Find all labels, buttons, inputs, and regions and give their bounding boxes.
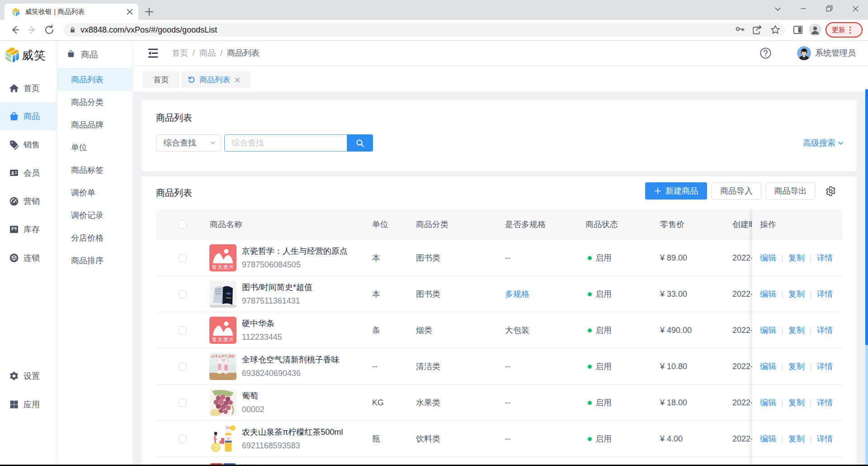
row-checkbox[interactable] bbox=[179, 435, 187, 443]
window-minimize-button[interactable] bbox=[793, 0, 814, 17]
row-checkbox[interactable] bbox=[179, 326, 187, 334]
op-detail-link[interactable]: 详情 bbox=[816, 290, 833, 299]
bookmark-star-icon[interactable] bbox=[769, 24, 781, 36]
submenu-item-1[interactable]: 商品分类 bbox=[57, 91, 133, 114]
browser-reload-button[interactable] bbox=[43, 24, 55, 36]
filter-type-select[interactable]: 综合查找 bbox=[156, 134, 221, 152]
product-code: 9787511361431 bbox=[242, 296, 300, 306]
browser-tab[interactable]: 威笑收银 | 商品列表 bbox=[5, 4, 138, 20]
op-detail-link[interactable]: 详情 bbox=[816, 434, 833, 443]
product-code: 9787506084505 bbox=[242, 260, 301, 270]
goods-bag-icon bbox=[9, 111, 19, 121]
submenu-item-7[interactable]: 分店价格 bbox=[57, 227, 133, 249]
op-edit-link[interactable]: 编辑 bbox=[760, 326, 776, 335]
browser-forward-button[interactable] bbox=[26, 24, 38, 36]
submenu-item-8[interactable]: 商品排序 bbox=[57, 249, 133, 272]
help-icon[interactable] bbox=[760, 47, 772, 59]
op-edit-link[interactable]: 编辑 bbox=[760, 253, 776, 262]
tab-goods-list[interactable]: 商品列表 bbox=[181, 71, 250, 88]
browser-menu-dots-icon[interactable] bbox=[849, 27, 851, 33]
sidebar-item-3[interactable]: 会员 bbox=[0, 159, 57, 187]
site-favicon-icon bbox=[11, 7, 20, 16]
op-edit-link[interactable]: 编辑 bbox=[760, 362, 776, 371]
tab-close-icon[interactable] bbox=[126, 8, 134, 16]
share-icon[interactable] bbox=[751, 24, 763, 36]
op-row: 编辑|复制|详情 bbox=[752, 385, 843, 421]
op-edit-link[interactable]: 编辑 bbox=[760, 398, 776, 407]
row-checkbox[interactable] bbox=[179, 254, 187, 262]
op-copy-link[interactable]: 复制 bbox=[788, 253, 805, 262]
new-tab-button[interactable] bbox=[143, 5, 156, 18]
sidebar-item-label: 营销 bbox=[24, 197, 40, 205]
page-scrollbar-thumb[interactable] bbox=[865, 89, 868, 345]
submenu-item-3[interactable]: 单位 bbox=[57, 136, 133, 159]
sidebar-item-bottom-1[interactable]: 应用 bbox=[0, 390, 57, 418]
advanced-search-link[interactable]: 高级搜索 bbox=[803, 134, 844, 152]
op-detail-link[interactable]: 详情 bbox=[816, 362, 833, 371]
screen: 威笑收银 | 商品列表 vx8848.com/vxPos/#/goods/goo… bbox=[0, 0, 868, 466]
refresh-icon[interactable] bbox=[188, 76, 195, 84]
op-edit-link[interactable]: 编辑 bbox=[760, 290, 776, 299]
table-row: 图书/时间简史*超值9787511361431 本 图书类 多规格 启用 ¥ 3… bbox=[156, 276, 843, 312]
op-detail-link[interactable]: 详情 bbox=[816, 326, 833, 335]
fixed-op-column: 操作 编辑|复制|详情 编辑|复制|详情 编辑|复制|详情 编辑|复制|详情 编… bbox=[752, 209, 843, 466]
import-goods-button[interactable]: 商品导入 bbox=[712, 182, 761, 200]
cell-status: 启用 bbox=[595, 240, 612, 276]
op-detail-link[interactable]: 详情 bbox=[816, 253, 833, 262]
breadcrumb-item-1[interactable]: 商品 bbox=[199, 48, 216, 57]
row-checkbox[interactable] bbox=[179, 362, 187, 371]
user-avatar[interactable] bbox=[797, 46, 811, 60]
search-button[interactable] bbox=[347, 134, 373, 152]
op-copy-link[interactable]: 复制 bbox=[788, 362, 805, 371]
op-detail-link[interactable]: 详情 bbox=[816, 398, 833, 407]
search-input[interactable]: 综合查找 bbox=[224, 134, 347, 152]
sidebar-item-5[interactable]: 库存 bbox=[0, 215, 57, 243]
op-copy-link[interactable]: 复制 bbox=[788, 398, 805, 407]
breadcrumb-item-0[interactable]: 首页 bbox=[172, 48, 188, 57]
sidebar-collapse-icon[interactable] bbox=[147, 47, 159, 59]
submenu-item-0[interactable]: 商品列表 bbox=[57, 68, 133, 91]
op-copy-link[interactable]: 复制 bbox=[788, 326, 805, 335]
op-edit-link[interactable]: 编辑 bbox=[760, 434, 776, 443]
sidebar-item-bottom-0[interactable]: 设置 bbox=[0, 362, 57, 390]
tags-icon bbox=[9, 140, 19, 150]
product-image: 全球仓空气清新 桃子香味 bbox=[209, 353, 236, 380]
table-settings-gear-icon[interactable] bbox=[825, 185, 836, 197]
select-all-checkbox[interactable] bbox=[179, 220, 187, 228]
sidebar-item-6[interactable]: 连锁 bbox=[0, 244, 57, 272]
row-checkbox[interactable] bbox=[179, 290, 187, 298]
sidebar-item-2[interactable]: 销售 bbox=[0, 131, 57, 159]
svg-text:茶π: 茶π bbox=[225, 426, 231, 429]
browser-back-button[interactable] bbox=[9, 24, 21, 36]
window-restore-button[interactable] bbox=[819, 0, 840, 17]
sidebar-item-1[interactable]: 商品 bbox=[0, 102, 57, 130]
table-header: 商品名称 单位 商品分类 是否多规格 商品状态 零售价 创建时间 bbox=[156, 209, 843, 240]
sidebar-item-4[interactable]: 营销 bbox=[0, 187, 57, 215]
cell-unit: KG bbox=[372, 385, 384, 421]
tab-close-x-icon[interactable] bbox=[234, 76, 241, 83]
op-copy-link[interactable]: 复制 bbox=[788, 434, 805, 443]
cell-spec[interactable]: 多规格 bbox=[505, 276, 529, 312]
submenu-item-2[interactable]: 商品品牌 bbox=[57, 114, 133, 136]
row-checkbox[interactable] bbox=[179, 399, 187, 407]
app-logo[interactable]: 威笑 bbox=[4, 45, 53, 65]
breadcrumb-item-2: 商品列表 bbox=[227, 48, 259, 57]
submenu-item-5[interactable]: 调价单 bbox=[57, 181, 133, 204]
submenu-item-6[interactable]: 调价记录 bbox=[57, 204, 133, 227]
tab-home[interactable]: 首页 bbox=[143, 71, 179, 88]
table-row: 暂无图片 硬中华条112233445 条 烟类 大包装 启用 ¥ 490.00 … bbox=[156, 312, 843, 348]
export-goods-button[interactable]: 商品导出 bbox=[766, 182, 815, 200]
op-row: 编辑|复制|详情 bbox=[752, 312, 843, 348]
cell-created: 2022-08 bbox=[732, 421, 753, 457]
side-panel-icon[interactable] bbox=[792, 24, 804, 36]
op-copy-link[interactable]: 复制 bbox=[788, 290, 805, 299]
browser-update-button[interactable]: 更新 bbox=[826, 22, 863, 38]
window-close-button[interactable] bbox=[845, 0, 866, 17]
password-key-icon[interactable] bbox=[734, 24, 746, 36]
browser-profile-avatar[interactable] bbox=[809, 24, 821, 36]
main-sidebar: 威笑 首页商品销售会员营销库存连锁设置应用 bbox=[0, 41, 57, 466]
create-goods-button[interactable]: 新建商品 bbox=[645, 182, 707, 200]
sidebar-item-0[interactable]: 首页 bbox=[0, 74, 57, 102]
submenu-item-4[interactable]: 商品标签 bbox=[57, 159, 133, 181]
tab-search-chevron-icon[interactable] bbox=[767, 0, 788, 17]
